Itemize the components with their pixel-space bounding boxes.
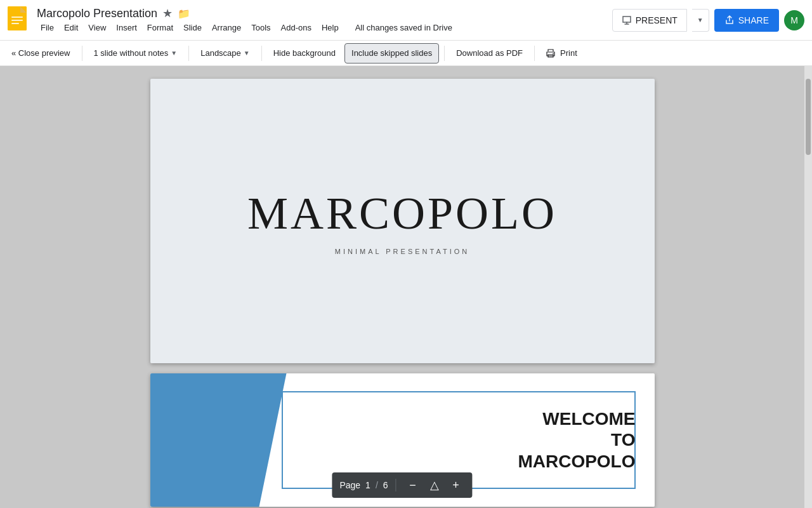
avatar[interactable]: M xyxy=(784,10,804,30)
menu-arrange[interactable]: Arrange xyxy=(208,22,245,34)
menu-file[interactable]: File xyxy=(37,22,58,34)
chevron-down-icon: ▼ xyxy=(171,50,177,57)
menu-tools[interactable]: Tools xyxy=(247,22,274,34)
hide-background-button[interactable]: Hide background xyxy=(267,43,342,64)
toolbar-divider-2 xyxy=(188,46,189,61)
menu-view[interactable]: View xyxy=(84,22,110,34)
toolbar-divider-4 xyxy=(444,46,445,61)
present-dropdown-button[interactable]: ▼ xyxy=(692,9,709,32)
menu-edit[interactable]: Edit xyxy=(60,22,82,34)
zoom-out-button[interactable]: − xyxy=(404,476,422,494)
top-bar-right: PRESENT ▼ SHARE M xyxy=(612,9,804,32)
slide-1-container: MARCOPOLO MINIMAL PRESENTATION xyxy=(150,79,655,363)
menu-insert[interactable]: Insert xyxy=(112,22,141,34)
svg-rect-3 xyxy=(11,20,23,21)
page-indicator: Page 1 / 6 − △ + xyxy=(332,472,472,498)
page-separator: / xyxy=(376,480,378,490)
close-preview-button[interactable]: « Close preview xyxy=(5,43,77,64)
svg-point-5 xyxy=(553,53,554,54)
menu-help[interactable]: Help xyxy=(318,22,343,34)
print-toolbar: « Close preview 1 slide without notes ▼ … xyxy=(0,41,812,66)
toolbar-divider-5 xyxy=(534,46,535,61)
slide-2-text: WELCOME TO MARCOPOLO xyxy=(306,408,636,472)
title-section: Marcopolo Presentation ★ 📁 File Edit Vie… xyxy=(37,6,612,34)
svg-rect-2 xyxy=(11,17,23,18)
page-total: 6 xyxy=(383,480,388,490)
page-controls: − △ + xyxy=(404,476,465,494)
orientation-button[interactable]: Landscape ▼ xyxy=(194,43,256,64)
page-divider xyxy=(396,479,396,491)
download-pdf-button[interactable]: Download as PDF xyxy=(450,43,529,64)
menu-bar: File Edit View Insert Format Slide Arran… xyxy=(37,22,612,34)
chevron-down-icon: ▼ xyxy=(244,50,250,57)
include-skipped-button[interactable]: Include skipped slides xyxy=(344,43,439,64)
toolbar-divider-3 xyxy=(261,46,262,61)
chevron-down-icon: ▼ xyxy=(697,17,704,23)
menu-format[interactable]: Format xyxy=(143,22,177,34)
share-icon xyxy=(724,15,735,25)
main-content: MARCOPOLO MINIMAL PRESENTATION WELCOME T… xyxy=(0,66,812,508)
present-button[interactable]: PRESENT xyxy=(612,9,687,32)
top-bar: Marcopolo Presentation ★ 📁 File Edit Vie… xyxy=(0,0,812,41)
folder-icon[interactable]: 📁 xyxy=(178,8,190,20)
page-current: 1 xyxy=(365,480,370,490)
slide-1: MARCOPOLO MINIMAL PRESENTATION xyxy=(150,79,655,363)
page-label: Page xyxy=(339,480,360,490)
present-icon xyxy=(622,15,632,25)
right-scrollbar[interactable] xyxy=(804,66,812,508)
menu-addons[interactable]: Add-ons xyxy=(277,22,315,34)
svg-rect-4 xyxy=(11,23,19,24)
slide-view-button[interactable]: 1 slide without notes ▼ xyxy=(88,43,184,64)
print-icon xyxy=(546,49,555,58)
document-title[interactable]: Marcopolo Presentation xyxy=(37,7,157,20)
toolbar-divider-1 xyxy=(82,46,82,61)
star-icon[interactable]: ★ xyxy=(162,6,173,20)
slides-area[interactable]: MARCOPOLO MINIMAL PRESENTATION WELCOME T… xyxy=(0,66,804,508)
slide-1-title: MARCOPOLO xyxy=(247,187,557,240)
share-button[interactable]: SHARE xyxy=(714,9,779,32)
slide-2-left-panel xyxy=(150,373,287,507)
slide-1-subtitle: MINIMAL PRESENTATION xyxy=(335,248,469,255)
zoom-reset-button[interactable]: △ xyxy=(426,476,443,494)
menu-slide[interactable]: Slide xyxy=(180,22,206,34)
scrollbar-thumb[interactable] xyxy=(806,79,811,155)
app-icon xyxy=(8,6,30,34)
zoom-in-button[interactable]: + xyxy=(447,476,465,494)
print-button[interactable]: Print xyxy=(540,43,584,64)
save-status: All changes saved in Drive xyxy=(355,23,452,32)
